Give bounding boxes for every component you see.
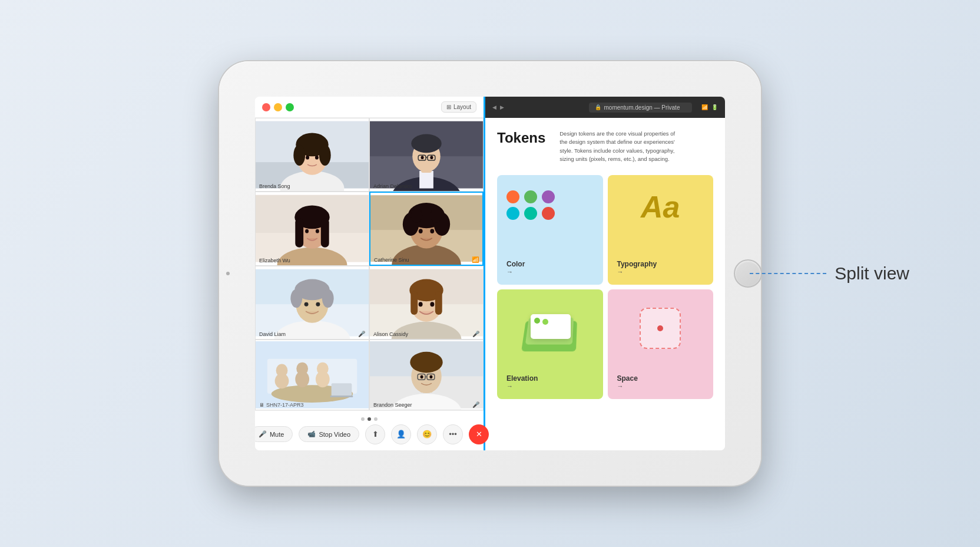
- space-center-dot: [657, 325, 663, 331]
- typography-card-footer: Typography →: [617, 260, 704, 275]
- participant-cell-adrian[interactable]: Adrian Delamico: [369, 118, 484, 192]
- svg-rect-73: [332, 383, 352, 396]
- svg-rect-61: [435, 291, 442, 315]
- participant-photo-elizabeth: [256, 192, 369, 265]
- participant-name-catherine: Catherine Sinu: [374, 257, 409, 263]
- space-visual: [617, 299, 704, 358]
- participant-cell-alison[interactable]: Alison Cassidy 🎤: [369, 266, 484, 340]
- elevation-visual: [506, 299, 594, 358]
- url-bar[interactable]: 🔒 momentum.design — Private: [589, 103, 693, 113]
- color-dot-orange: [506, 190, 519, 203]
- video-top-bar: ⊞ Layout: [255, 97, 484, 118]
- svg-point-30: [305, 229, 309, 233]
- tokens-grid: Color → Aa Typography →: [497, 175, 713, 399]
- color-dot-green: [524, 190, 537, 203]
- mic-icon: 🎤: [259, 430, 267, 438]
- svg-point-42: [419, 229, 423, 234]
- color-dot-red: [542, 207, 555, 220]
- token-card-typography[interactable]: Aa Typography →: [608, 175, 714, 285]
- page-description: Design tokens are the core visual proper…: [559, 130, 677, 163]
- svg-rect-74: [330, 396, 353, 397]
- svg-point-40: [411, 209, 423, 223]
- participant-photo-david: [256, 266, 369, 339]
- svg-point-72: [317, 363, 329, 375]
- window-controls: [262, 103, 294, 111]
- svg-point-68: [276, 364, 288, 377]
- token-card-elevation[interactable]: Elevation →: [497, 289, 603, 399]
- split-view-annotation: Split view: [750, 263, 909, 284]
- more-button[interactable]: •••: [443, 424, 463, 444]
- svg-point-41: [431, 209, 442, 223]
- participant-cell-catherine[interactable]: Catherine Sinu 📶: [369, 192, 484, 265]
- svg-point-21: [430, 156, 433, 159]
- svg-point-6: [293, 144, 305, 166]
- participant-cell-elizabeth[interactable]: Elizabeth Wu: [255, 192, 369, 265]
- page-indicators: [361, 417, 378, 421]
- color-dot-purple: [542, 190, 555, 203]
- stop-video-button[interactable]: 📹 Stop Video: [299, 426, 359, 442]
- svg-rect-60: [410, 291, 418, 315]
- ipad-device: ⊞ Layout: [219, 61, 761, 486]
- svg-point-80: [410, 352, 442, 373]
- page-title: Tokens: [497, 130, 545, 163]
- color-dot-teal: [524, 207, 537, 220]
- reactions-button[interactable]: 😊: [417, 424, 437, 444]
- svg-rect-28: [295, 219, 303, 248]
- svg-point-70: [296, 363, 308, 375]
- participant-photo-brandon: [370, 340, 483, 410]
- split-view-label: Split view: [835, 263, 909, 284]
- share-icon: ⬆: [372, 430, 379, 439]
- svg-point-85: [429, 375, 432, 379]
- dots-icon: •••: [449, 430, 457, 439]
- participant-name-brenda: Brenda Song: [259, 183, 290, 189]
- end-call-button[interactable]: ✕: [469, 424, 489, 444]
- svg-point-43: [430, 229, 434, 234]
- color-card-footer: Color →: [506, 260, 594, 275]
- browser-panel: ◀ ▶ 🔒 momentum.design — Private 📶 🔋 Toke…: [484, 97, 725, 450]
- participant-cell-brandon[interactable]: Brandon Seeger 🎤: [369, 340, 484, 410]
- dot-1: [361, 417, 365, 421]
- participant-cell-group[interactable]: 🖥 SHN7-17-APR3: [255, 340, 369, 410]
- dot-3: [374, 417, 378, 421]
- svg-point-53: [316, 302, 320, 306]
- share-button[interactable]: ⬆: [365, 424, 385, 444]
- dot-2: [368, 417, 371, 421]
- token-card-space[interactable]: Space →: [608, 289, 714, 399]
- tokens-header: Tokens Design tokens are the core visual…: [497, 130, 713, 163]
- space-card-footer: Space →: [617, 374, 704, 390]
- toolbar-actions: 🎤 Mute 📹 Stop Video ⬆ 👤 😊: [255, 424, 489, 444]
- video-toolbar: 🎤 Mute 📹 Stop Video ⬆ 👤 😊: [255, 410, 484, 450]
- svg-point-51: [322, 289, 334, 308]
- video-grid: Brenda Song: [255, 118, 484, 410]
- maximize-button[interactable]: [286, 103, 294, 111]
- svg-point-16: [411, 134, 441, 153]
- svg-point-31: [316, 229, 319, 233]
- participant-cell-brenda[interactable]: Brenda Song: [255, 118, 369, 192]
- close-button[interactable]: [262, 103, 270, 111]
- person-icon: 👤: [396, 430, 406, 439]
- svg-point-52: [304, 302, 309, 306]
- camera-icon: 📹: [307, 430, 316, 438]
- participant-photo-group: [256, 340, 369, 410]
- ipad-screen: ⊞ Layout: [255, 97, 725, 450]
- minimize-button[interactable]: [274, 103, 282, 111]
- svg-point-9: [315, 156, 319, 160]
- mute-button[interactable]: 🎤 Mute: [255, 426, 293, 442]
- svg-rect-13: [419, 171, 433, 189]
- svg-point-84: [421, 375, 423, 379]
- color-swatches: [506, 190, 594, 220]
- lock-icon: 🔒: [595, 104, 601, 110]
- video-call-panel: ⊞ Layout: [255, 97, 484, 450]
- svg-point-8: [306, 156, 309, 160]
- participant-name-brandon: Brandon Seeger: [373, 402, 412, 408]
- participant-photo-alison: [370, 266, 483, 339]
- participants-button[interactable]: 👤: [391, 424, 411, 444]
- svg-rect-29: [321, 219, 329, 248]
- participant-name-adrian: Adrian Delamico: [373, 183, 412, 189]
- svg-point-20: [421, 156, 424, 159]
- participant-cell-david[interactable]: David Liam 🎤: [255, 266, 369, 340]
- layout-button[interactable]: ⊞ Layout: [441, 101, 476, 113]
- session-label: 🖥 SHN7-17-APR3: [259, 402, 304, 408]
- token-card-color[interactable]: Color →: [497, 175, 603, 285]
- ipad-side-button: [226, 272, 230, 275]
